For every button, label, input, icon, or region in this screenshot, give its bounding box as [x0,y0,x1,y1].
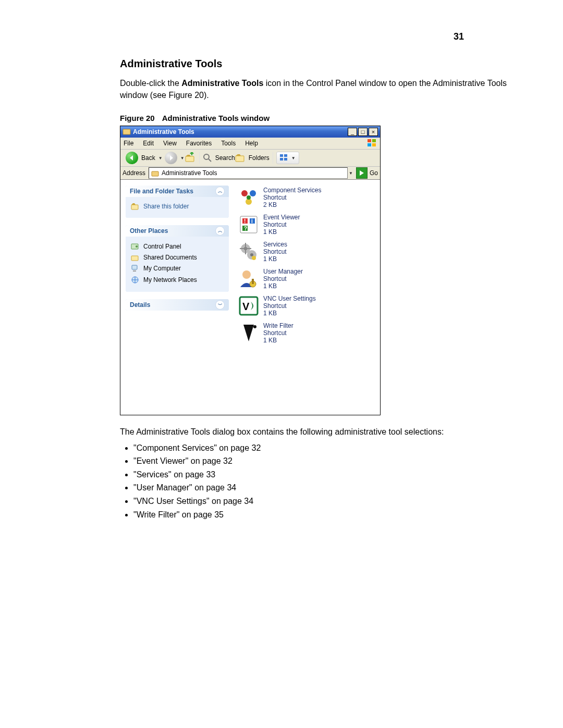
svg-point-39 [242,270,251,279]
intro-paragraph: Double-click the Administrative Tools ic… [120,77,532,101]
control-panel-link[interactable]: Control Panel [131,241,224,252]
svg-rect-0 [123,129,130,134]
svg-point-38 [252,256,256,260]
item-type: Shortcut [263,194,321,201]
my-computer-icon [131,264,139,273]
svg-line-7 [209,159,211,162]
back-arrow-icon [126,152,138,164]
address-folder-icon [151,169,160,177]
svg-rect-2 [372,139,376,142]
svg-point-16 [136,245,138,248]
window-icon [123,128,131,136]
menu-help[interactable]: Help [245,140,258,147]
svg-point-35 [250,253,253,256]
folders-button[interactable]: Folders [235,153,270,163]
svg-text:i: i [251,218,253,224]
svg-point-21 [241,190,248,196]
window-title: Administrative Tools [133,128,348,135]
go-label: Go [370,169,378,177]
collapse-icon[interactable]: ︿ [215,187,225,196]
search-button[interactable]: Search [203,153,235,163]
panel-details-header[interactable]: Details ﹀ [126,299,229,311]
forward-arrow-icon [165,152,177,164]
svg-point-22 [250,190,256,196]
panel-file-tasks-header[interactable]: File and Folder Tasks ︿ [126,186,229,197]
item-vnc-user-settings[interactable]: V VNC User Settings Shortcut 1 KB [238,295,375,317]
go-button[interactable] [356,167,368,179]
item-name: Event Viewer [263,214,300,221]
svg-point-44 [253,325,256,328]
views-button[interactable]: ▼ [276,152,299,164]
list-item: "Services" on page 33 [133,468,532,482]
event-viewer-icon: ! i ? [238,214,259,235]
page-number: 31 [120,31,532,42]
svg-rect-1 [368,139,371,142]
item-event-viewer[interactable]: ! i ? Event Viewer Shortcut 1 KB [238,214,375,236]
item-type: Shortcut [263,329,293,337]
menu-file[interactable]: File [124,140,133,147]
menu-view[interactable]: View [163,140,177,147]
address-field[interactable]: Administrative Tools [149,167,348,179]
item-component-services[interactable]: Component Services Shortcut 2 KB [238,187,375,208]
item-name: User Manager [263,268,303,275]
back-dropdown-icon[interactable]: ▼ [158,154,163,162]
panel-other-places: Other Places ︿ Control Panel [126,225,229,292]
up-button[interactable] [185,152,196,164]
forward-dropdown-icon[interactable]: ▼ [180,154,185,162]
close-button[interactable]: × [369,128,378,136]
intro-prefix: Double-click the [120,79,181,88]
item-name: Write Filter [263,322,293,329]
item-user-manager[interactable]: User Manager Shortcut 1 KB [238,268,375,290]
svg-rect-41 [252,279,254,284]
my-network-label: My Network Places [143,276,197,283]
toolbar-separator-2 [273,152,273,164]
back-button[interactable]: Back ▼ [124,151,165,165]
share-this-folder-label: Share this folder [143,203,189,210]
share-folder-icon [131,203,139,210]
menu-edit[interactable]: Edit [143,140,154,147]
my-computer-label: My Computer [143,265,181,272]
menu-favorites[interactable]: Favorites [186,140,212,147]
item-size: 1 KB [263,337,293,344]
folders-label: Folders [249,154,270,162]
item-type: Shortcut [263,221,300,228]
svg-text:V: V [242,301,250,312]
svg-rect-8 [236,156,244,162]
svg-rect-17 [131,256,138,261]
share-this-folder-link[interactable]: Share this folder [131,201,224,212]
folders-icon [235,153,246,163]
shared-documents-link[interactable]: Shared Documents [131,252,224,263]
item-write-filter[interactable]: Write Filter Shortcut 1 KB [238,322,375,344]
after-figure-text: The Administrative Tools dialog box cont… [120,426,532,438]
control-panel-icon [131,242,139,251]
my-network-link[interactable]: My Network Places [131,274,224,286]
item-services[interactable]: Services Shortcut 1 KB [238,241,375,263]
my-computer-link[interactable]: My Computer [131,263,224,274]
write-filter-icon [238,323,259,343]
svg-rect-18 [132,265,137,269]
maximize-button[interactable]: □ [358,128,368,136]
section-heading: Administrative Tools [120,58,532,70]
item-type: Shortcut [263,248,287,255]
views-dropdown-icon[interactable]: ▼ [291,154,296,162]
svg-rect-12 [284,158,287,161]
minimize-button[interactable]: _ [348,128,357,136]
toolbar: Back ▼ ▼ [120,150,380,167]
component-services-icon [238,187,259,208]
shared-documents-label: Shared Documents [143,254,197,261]
list-item: "Write Filter" on page 35 [133,508,532,522]
content-area: File and Folder Tasks ︿ Share this folde… [120,180,380,415]
svg-rect-19 [133,270,136,272]
item-size: 2 KB [263,201,321,208]
panel-other-places-header[interactable]: Other Places ︿ [126,225,229,237]
expand-icon[interactable]: ﹀ [215,300,225,310]
forward-button[interactable]: ▼ [165,152,185,164]
collapse-icon-2[interactable]: ︿ [215,226,225,236]
services-icon [238,241,259,262]
menu-tools[interactable]: Tools [221,140,236,147]
svg-rect-13 [152,171,158,176]
item-name: VNC User Settings [263,295,316,302]
views-icon [280,154,288,162]
address-dropdown-icon[interactable]: ▼ [349,169,353,177]
titlebar[interactable]: Administrative Tools _ □ × [120,126,380,138]
